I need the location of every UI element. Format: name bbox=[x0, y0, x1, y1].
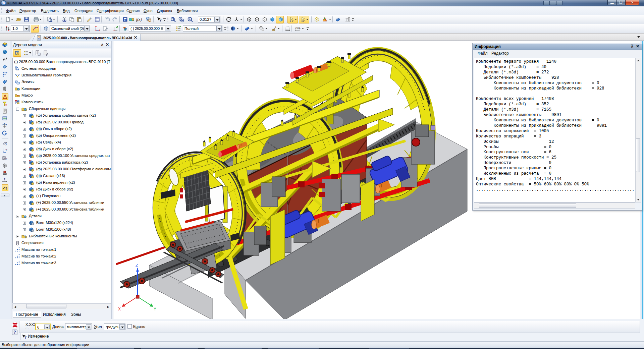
svg-text:Z: Z bbox=[136, 263, 138, 268]
svg-text:Y: Y bbox=[154, 307, 156, 311]
svg-text:X: X bbox=[118, 307, 121, 311]
svg-text:?: ? bbox=[24, 336, 26, 339]
svg-text:?: ? bbox=[5, 187, 7, 190]
svg-text:1: 1 bbox=[147, 17, 148, 20]
svg-text:?: ? bbox=[159, 18, 162, 22]
svg-text:?: ? bbox=[5, 148, 7, 152]
svg-text:2: 2 bbox=[149, 19, 150, 22]
svg-text:?: ? bbox=[5, 143, 7, 146]
svg-text:A±1: A±1 bbox=[295, 26, 301, 30]
svg-text:?: ? bbox=[5, 157, 7, 161]
svg-text:f(x): f(x) bbox=[136, 17, 142, 22]
svg-text:?: ? bbox=[4, 178, 6, 181]
